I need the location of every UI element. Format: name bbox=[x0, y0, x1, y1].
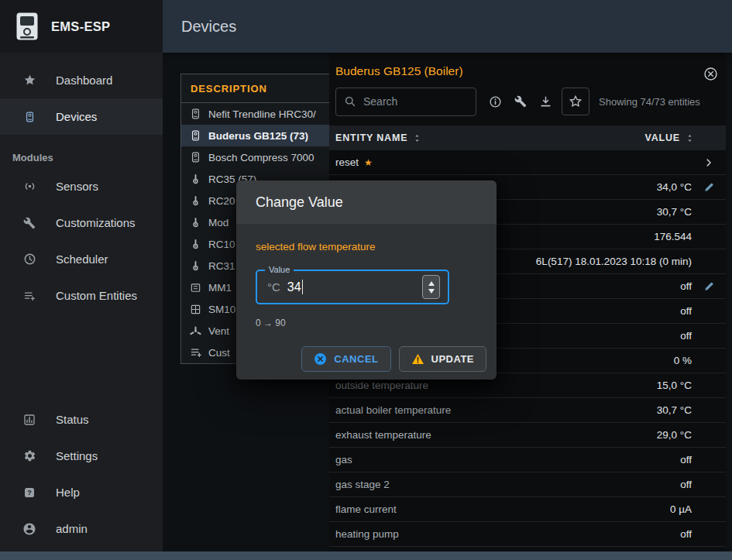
page-title: Devices bbox=[181, 18, 236, 36]
thermostat-icon bbox=[189, 194, 202, 207]
sidebar-item-custom-entities[interactable]: Custom Entities bbox=[0, 277, 163, 314]
entity-row[interactable]: exhaust temperature29,0 °C bbox=[329, 423, 726, 448]
search-box[interactable] bbox=[335, 88, 476, 116]
sidebar-section-label: Modules bbox=[0, 135, 163, 168]
cancel-icon bbox=[314, 352, 327, 366]
entity-value: off bbox=[680, 454, 692, 466]
text-cursor bbox=[302, 280, 304, 294]
entity-value: 0 µA bbox=[670, 503, 692, 515]
status-chart-icon bbox=[20, 414, 39, 426]
update-button[interactable]: UPDATE bbox=[399, 346, 486, 372]
device-label: Vent bbox=[208, 325, 229, 337]
sidebar: EMS-ESP DashboardDevices Modules Sensors… bbox=[0, 0, 163, 551]
boiler-icon bbox=[189, 151, 202, 163]
entity-name: exhaust temperature bbox=[335, 429, 657, 441]
dialog-entity-label: selected flow temperature bbox=[256, 241, 486, 253]
sidebar-item-devices[interactable]: Devices bbox=[0, 98, 163, 135]
sidebar-item-label: Dashboard bbox=[56, 74, 112, 87]
sidebar-item-label: Scheduler bbox=[56, 253, 108, 266]
entity-value: off bbox=[680, 330, 692, 342]
entity-row[interactable]: gas stage 2off bbox=[329, 472, 726, 497]
sidebar-item-admin[interactable]: admin bbox=[0, 510, 163, 547]
device-label: MM1 bbox=[208, 282, 232, 294]
cancel-button[interactable]: CANCEL bbox=[301, 346, 390, 372]
warning-icon bbox=[411, 352, 424, 366]
sidebar-item-label: Settings bbox=[56, 449, 98, 462]
entity-edit-button[interactable] bbox=[692, 280, 726, 292]
top-app-bar: Devices bbox=[163, 0, 732, 53]
maintenance-icon[interactable] bbox=[514, 95, 527, 108]
sidebar-item-label: Custom Entities bbox=[56, 289, 137, 302]
app-window: Devices EMS-ESP DashboardDevices Modules… bbox=[0, 0, 732, 560]
sidebar-item-dashboard[interactable]: Dashboard bbox=[0, 62, 163, 98]
info-icon[interactable] bbox=[489, 95, 502, 108]
entity-row[interactable]: gasoff bbox=[329, 448, 726, 472]
sort-arrows-icon bbox=[412, 133, 422, 143]
close-icon[interactable] bbox=[703, 67, 718, 81]
entity-value: 176.544 bbox=[654, 231, 692, 242]
change-value-dialog: Change Value selected flow temperature V… bbox=[236, 180, 497, 380]
sidebar-spacer bbox=[0, 314, 163, 401]
entity-row[interactable]: heating pumpoff bbox=[329, 522, 726, 547]
sidebar-item-status[interactable]: Status bbox=[0, 401, 163, 438]
boiler-icon bbox=[189, 108, 202, 120]
entity-name: outside temperature bbox=[335, 380, 657, 391]
svg-text:?: ? bbox=[27, 488, 32, 496]
number-stepper[interactable] bbox=[422, 275, 440, 299]
device-label: RC20 bbox=[208, 195, 235, 207]
boiler-icon bbox=[189, 129, 202, 142]
stepper-down-icon[interactable] bbox=[428, 289, 435, 294]
value-input[interactable]: Value °C 34 bbox=[256, 270, 449, 304]
clock-icon bbox=[20, 253, 39, 266]
dialog-actions: CANCEL UPDATE bbox=[301, 346, 486, 372]
stepper-up-icon[interactable] bbox=[428, 281, 435, 286]
sidebar-item-customizations[interactable]: Customizations bbox=[0, 204, 163, 241]
wrench-icon bbox=[20, 217, 39, 229]
entity-row[interactable]: actual boiler temperature30,7 °C bbox=[329, 398, 726, 423]
entity-row[interactable]: flame current0 µA bbox=[329, 497, 726, 522]
sidebar-item-scheduler[interactable]: Scheduler bbox=[0, 241, 163, 277]
value-input-label: Value bbox=[265, 265, 294, 274]
download-icon[interactable] bbox=[539, 95, 552, 108]
sidebar-header: EMS-ESP bbox=[0, 0, 163, 53]
sidebar-item-label: Status bbox=[56, 413, 89, 426]
app-logo-icon bbox=[15, 12, 39, 41]
entity-value: 15,0 °C bbox=[657, 380, 692, 391]
sort-by-value[interactable]: VALUE bbox=[645, 132, 695, 143]
sidebar-item-sensors[interactable]: Sensors bbox=[0, 168, 163, 204]
sort-by-entity-name[interactable]: ENTITY NAME bbox=[335, 132, 422, 143]
star-icon bbox=[20, 74, 39, 87]
entity-value: 0 % bbox=[674, 355, 692, 366]
device-label: Buderus GB125 (73) bbox=[208, 130, 308, 142]
entity-value: off bbox=[680, 305, 692, 317]
dialog-body: selected flow temperature Value °C 34 0 … bbox=[236, 224, 497, 328]
entity-row[interactable]: reset★ bbox=[329, 150, 726, 175]
search-icon bbox=[344, 95, 356, 108]
sidebar-item-settings[interactable]: Settings bbox=[0, 438, 163, 474]
value-range-hint: 0 → 90 bbox=[256, 318, 486, 328]
sidebar-item-help[interactable]: ?Help bbox=[0, 474, 163, 510]
sensors-icon bbox=[20, 180, 39, 193]
pencil-icon bbox=[703, 181, 715, 193]
entity-name: gas stage 2 bbox=[335, 479, 680, 490]
entity-expand-button[interactable] bbox=[692, 157, 726, 168]
dialog-title: Change Value bbox=[236, 180, 497, 224]
entity-edit-button[interactable] bbox=[692, 181, 726, 193]
sidebar-modules: SensorsCustomizationsSchedulerCustom Ent… bbox=[0, 168, 163, 314]
account-icon bbox=[20, 522, 39, 536]
module-icon bbox=[189, 282, 202, 294]
entity-name: gas bbox=[335, 454, 680, 466]
device-label: RC31 bbox=[208, 260, 235, 272]
device-panel-title: Buderus GB125 (Boiler) bbox=[335, 64, 463, 78]
favorites-filter-button[interactable] bbox=[562, 88, 589, 115]
device-label: Nefit Trendline HRC30/ bbox=[208, 108, 316, 120]
list-plus-icon bbox=[20, 290, 39, 302]
column-entity-name: ENTITY NAME bbox=[335, 132, 407, 143]
boiler-icon bbox=[20, 111, 39, 123]
entity-value: 30,7 °C bbox=[657, 404, 692, 416]
favorite-star-icon: ★ bbox=[364, 157, 373, 168]
fan-icon bbox=[189, 325, 202, 337]
search-input[interactable] bbox=[363, 95, 462, 108]
sidebar-item-label: Help bbox=[56, 486, 80, 499]
entity-value: off bbox=[680, 479, 692, 490]
